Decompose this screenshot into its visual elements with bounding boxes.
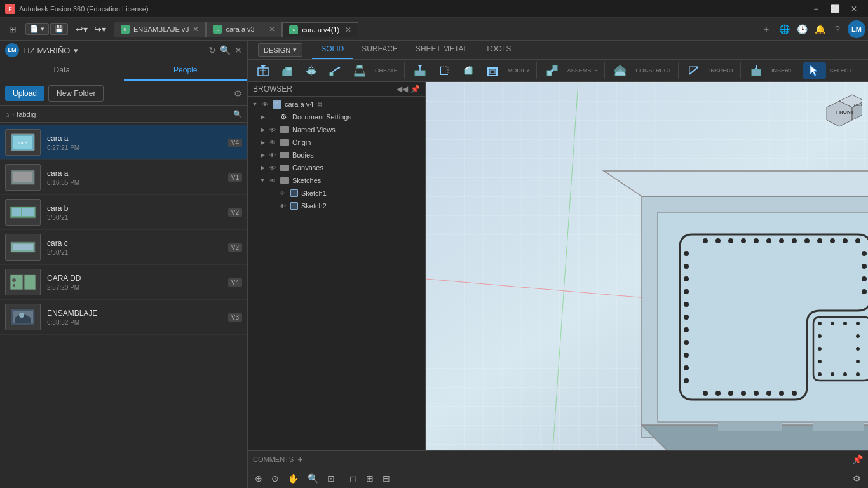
undo-button[interactable]: ↩▾ bbox=[73, 23, 90, 36]
user-avatar-button[interactable]: LM bbox=[848, 20, 865, 38]
help-online-button[interactable]: 🌐 bbox=[776, 22, 792, 37]
revolve-button[interactable] bbox=[300, 62, 323, 79]
panel-settings-button[interactable]: ⚙ bbox=[234, 88, 242, 98]
construct-label[interactable]: CONSTRUCT bbox=[633, 67, 674, 74]
viewport-settings-button[interactable]: ⚙ bbox=[850, 472, 864, 485]
inspect-label[interactable]: INSPECT bbox=[707, 67, 736, 74]
tab-data[interactable]: Data bbox=[0, 60, 124, 81]
viewport[interactable]: FRONT RIGHT bbox=[426, 82, 868, 450]
help-button[interactable]: ? bbox=[830, 22, 845, 37]
tree-bodies[interactable]: ▶ 👁 Bodies bbox=[248, 149, 425, 161]
fillet-button[interactable] bbox=[433, 62, 456, 79]
history-button[interactable]: 🕒 bbox=[794, 22, 810, 37]
document-icon: D bbox=[273, 100, 281, 109]
loft-button[interactable] bbox=[348, 62, 371, 79]
maximize-button[interactable]: ⬜ bbox=[826, 0, 844, 18]
browser-collapse-button[interactable]: ◀◀ bbox=[397, 85, 408, 93]
tab-sheet-metal[interactable]: SHEET METAL bbox=[407, 41, 477, 59]
new-component-button[interactable] bbox=[252, 62, 275, 79]
breadcrumb-current[interactable]: fabdig bbox=[17, 111, 36, 118]
tab-people[interactable]: People bbox=[124, 60, 248, 81]
breadcrumb-search-icon[interactable]: 🔍 bbox=[233, 110, 242, 118]
joint-button[interactable] bbox=[541, 62, 564, 79]
tab-cara-v3[interactable]: c cara a v3 ✕ bbox=[206, 22, 282, 37]
redo-button[interactable]: ↪▾ bbox=[92, 23, 109, 36]
add-comment-button[interactable]: + bbox=[297, 454, 302, 464]
pan-button[interactable]: ✋ bbox=[285, 472, 302, 485]
tree-item-label: Named Views bbox=[292, 126, 336, 133]
modify-label[interactable]: MODIFY bbox=[505, 67, 532, 74]
search-icon[interactable]: 🔍 bbox=[220, 45, 231, 55]
tree-root[interactable]: ▼ 👁 D cara a v4 ⚙ bbox=[248, 98, 425, 111]
zoom-button[interactable]: 🔍 bbox=[304, 472, 322, 485]
tab-surface[interactable]: SURFACE bbox=[353, 41, 407, 59]
visibility-icon[interactable]: 👁 bbox=[268, 125, 277, 134]
select-label[interactable]: SELECT bbox=[827, 67, 855, 74]
list-item[interactable]: cara a 6:16:35 PM V1 bbox=[0, 160, 247, 195]
tree-sketch2[interactable]: 👁 Sketch2 bbox=[248, 200, 425, 212]
list-item[interactable]: cara c 3/30/21 V2 bbox=[0, 230, 247, 265]
visibility-icon[interactable]: 👁 bbox=[268, 138, 277, 147]
orbit-button[interactable]: ⊕ bbox=[252, 472, 266, 485]
sweep-button[interactable] bbox=[324, 62, 347, 79]
tree-canvases[interactable]: ▶ 👁 Canvases bbox=[248, 161, 425, 174]
orientation-cube[interactable]: FRONT RIGHT bbox=[817, 88, 862, 135]
list-item[interactable]: cara cara a 6:27:21 PM V4 bbox=[0, 125, 247, 160]
list-item[interactable]: cara b 3/30/21 V2 bbox=[0, 195, 247, 230]
close-tab-cara-v3[interactable]: ✕ bbox=[269, 25, 275, 34]
shell-button[interactable] bbox=[481, 62, 504, 79]
close-tab-cara-v4[interactable]: ✕ bbox=[345, 25, 351, 34]
user-info[interactable]: LM LIZ MARIÑO ▾ bbox=[5, 43, 208, 57]
tree-named-views[interactable]: ▶ 👁 Named Views bbox=[248, 123, 425, 136]
tree-sketches[interactable]: ▼ 👁 Sketches bbox=[248, 174, 425, 187]
offset-plane-button[interactable] bbox=[609, 62, 632, 79]
tree-sketch1[interactable]: 👁 Sketch1 bbox=[248, 187, 425, 200]
tab-solid[interactable]: SOLID bbox=[312, 41, 353, 59]
list-item[interactable]: ENSAMBLAJE 6:38:32 PM V3 bbox=[0, 300, 247, 335]
measure-button[interactable] bbox=[682, 62, 705, 79]
visibility-icon[interactable]: 👁 bbox=[278, 201, 287, 210]
visibility-icon[interactable]: 👁 bbox=[268, 151, 277, 159]
display-settings-button[interactable]: ◻ bbox=[346, 472, 360, 485]
extrude-button[interactable] bbox=[276, 62, 299, 79]
refresh-icon[interactable]: ↻ bbox=[208, 45, 216, 55]
tree-doc-settings[interactable]: ▶ ⚙ Document Settings bbox=[248, 111, 425, 123]
chamfer-button[interactable] bbox=[457, 62, 480, 79]
look-at-button[interactable]: ⊙ bbox=[268, 472, 282, 485]
tab-tools[interactable]: TOOLS bbox=[477, 41, 520, 59]
close-tab-ensamblaje[interactable]: ✕ bbox=[193, 25, 199, 34]
file-date: 3/30/21 bbox=[47, 249, 222, 256]
new-folder-button[interactable]: New Folder bbox=[48, 85, 104, 102]
notifications-button[interactable]: 🔔 bbox=[812, 22, 827, 37]
visibility-icon[interactable]: 👁 bbox=[268, 163, 277, 172]
insert-label[interactable]: INSERT bbox=[769, 67, 795, 74]
upload-button[interactable]: Upload bbox=[5, 86, 44, 101]
comments-expand-button[interactable]: 📌 bbox=[852, 454, 863, 464]
zoom-window-button[interactable]: ⊡ bbox=[324, 472, 338, 485]
list-item[interactable]: CARA DD 2:57:20 PM V4 bbox=[0, 265, 247, 300]
grid-settings-button[interactable]: ⊞ bbox=[363, 472, 377, 485]
create-label[interactable]: CREATE bbox=[372, 67, 400, 74]
home-icon[interactable]: ⌂ bbox=[5, 111, 10, 118]
save-button[interactable]: 💾 bbox=[50, 23, 68, 35]
tab-ensamblaje[interactable]: E ENSAMBLAJE v3 ✕ bbox=[114, 22, 206, 37]
select-button[interactable] bbox=[803, 62, 826, 79]
sketch-icon bbox=[290, 189, 298, 197]
design-mode-button[interactable]: DESIGN ▾ bbox=[258, 43, 302, 57]
add-tab-button[interactable]: + bbox=[759, 22, 774, 37]
new-file-button[interactable]: 📄▾ bbox=[25, 23, 49, 35]
close-panel-icon[interactable]: ✕ bbox=[234, 45, 242, 55]
browser-pin-button[interactable]: 📌 bbox=[410, 85, 420, 93]
minimize-button[interactable]: − bbox=[807, 0, 825, 18]
visibility-icon[interactable]: 👁 bbox=[261, 100, 269, 109]
visibility-icon[interactable]: 👁 bbox=[268, 176, 277, 185]
tab-cara-v4[interactable]: c cara a v4(1) ✕ bbox=[282, 22, 358, 37]
tree-origin[interactable]: ▶ 👁 Origin bbox=[248, 136, 425, 149]
nav-grid-icon[interactable]: ⊞ bbox=[3, 20, 23, 38]
viewport-layout-button[interactable]: ⊟ bbox=[379, 472, 393, 485]
close-button[interactable]: ✕ bbox=[845, 0, 863, 18]
doc-settings-icon[interactable]: ⚙ bbox=[317, 101, 323, 108]
press-pull-button[interactable] bbox=[409, 62, 431, 79]
assemble-label[interactable]: ASSEMBLE bbox=[565, 67, 601, 74]
insert-mesh-button[interactable] bbox=[745, 62, 768, 79]
